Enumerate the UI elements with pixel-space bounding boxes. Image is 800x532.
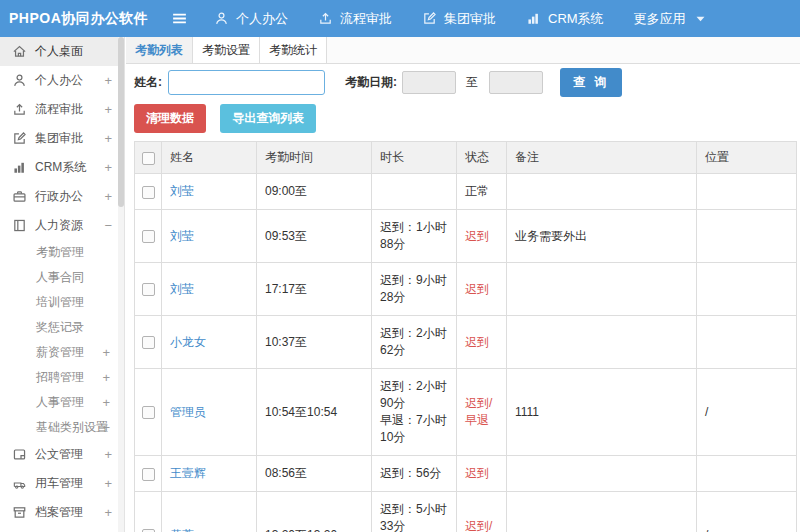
action-bar: 清理数据 导出查询列表 [126,101,800,141]
name-cell: 王壹辉 [162,456,257,492]
attendance-table: 姓名考勤时间时长状态备注位置 刘莹09:00至正常刘莹09:53至迟到：1小时8… [134,141,797,532]
sidebar-scrollbar[interactable] [118,37,124,532]
location-cell [697,174,797,210]
top-navbar: PHPOA协同办公软件 个人办公流程审批集团审批CRM系统更多应用 [0,0,800,37]
topnav-item[interactable]: CRM系统 [526,10,604,28]
sidebar-item[interactable]: 个人办公+ [0,66,124,95]
row-checkbox[interactable] [142,186,155,199]
sidebar-item[interactable]: 行政办公+ [0,182,124,211]
clean-data-button[interactable]: 清理数据 [134,104,206,133]
tab-attendance-list[interactable]: 考勤列表 [126,37,193,63]
expand-plus-icon[interactable]: + [104,189,112,204]
table-row: 刘莹09:00至正常 [135,174,797,210]
select-all-checkbox[interactable] [142,152,155,165]
employee-name-link[interactable]: 小龙女 [170,335,206,349]
date-to-input[interactable] [489,71,543,94]
expand-plus-icon[interactable]: + [102,345,110,360]
topnav-item[interactable]: 个人办公 [214,10,288,28]
hamburger-menu-icon[interactable] [171,10,188,27]
sidebar-subitem[interactable]: 奖惩记录 [0,315,124,340]
sidebar-item[interactable]: 公文管理+ [0,440,124,469]
sidebar-scrollbar-thumb[interactable] [118,37,124,207]
sidebar-subitem-label: 招聘管理 [36,369,84,386]
sidebar-item[interactable]: CRM系统+ [0,153,124,182]
expand-plus-icon[interactable]: + [104,476,112,491]
expand-plus-icon[interactable]: + [102,370,110,385]
status-cell: 迟到 [457,316,507,369]
name-cell: 刘莹 [162,210,257,263]
sidebar-subitem[interactable]: 培训管理 [0,290,124,315]
duration-cell: 迟到：56分 [372,456,457,492]
sidebar-item[interactable]: 流程审批+ [0,95,124,124]
remark-cell: 业务需要外出 [507,210,697,263]
expand-plus-icon[interactable]: + [104,505,112,520]
tab-attendance-stats[interactable]: 考勤统计 [260,37,327,63]
expand-plus-icon[interactable]: + [102,420,110,435]
chart-icon [526,11,541,26]
export-list-button[interactable]: 导出查询列表 [220,104,316,133]
collapse-minus-icon[interactable]: − [104,218,112,233]
row-checkbox[interactable] [142,230,155,243]
sidebar-item[interactable]: 集团审批+ [0,124,124,153]
row-checkbox[interactable] [142,336,155,349]
query-button[interactable]: 查 询 [560,68,622,97]
sidebar-item-label: 集团审批 [35,130,83,147]
expand-plus-icon[interactable]: + [104,131,112,146]
expand-plus-icon[interactable]: + [104,73,112,88]
column-header: 状态 [457,142,507,174]
user-icon [12,73,27,88]
share-icon [12,102,27,117]
sidebar-item[interactable]: 个人桌面 [0,37,124,66]
row-checkbox[interactable] [142,468,155,481]
edit-icon [12,131,27,146]
sidebar-item[interactable]: 项目管理+ [0,527,124,532]
duration-line: 迟到：5小时33分 [380,501,448,532]
sidebar-item[interactable]: 人力资源− [0,211,124,240]
sidebar-subitem[interactable]: 人事管理+ [0,390,124,415]
name-cell: 刘莹 [162,174,257,210]
employee-name-link[interactable]: 管理员 [170,405,206,419]
sidebar-subitem-label: 人事管理 [36,394,84,411]
tab-attendance-settings[interactable]: 考勤设置 [193,37,260,63]
topnav-item[interactable]: 集团审批 [422,10,496,28]
duration-cell: 迟到：1小时88分 [372,210,457,263]
sidebar: 个人桌面个人办公+流程审批+集团审批+CRM系统+行政办公+人力资源−考勤管理人… [0,37,125,532]
sidebar-item[interactable]: 用车管理+ [0,469,124,498]
sidebar-subitem[interactable]: 人事合同 [0,265,124,290]
sidebar-item-label: 人力资源 [35,217,83,234]
topnav-item[interactable]: 更多应用 [634,10,708,28]
duration-cell: 迟到：5小时33分早退：4小时67分 [372,492,457,532]
sidebar-subitem[interactable]: 招聘管理+ [0,365,124,390]
expand-plus-icon[interactable]: + [104,102,112,117]
employee-name-link[interactable]: 黄蓉 [170,528,194,532]
row-checkbox-cell [135,369,162,456]
date-label: 考勤日期: [345,74,397,91]
edit-icon [422,11,437,26]
column-header: 位置 [697,142,797,174]
name-input[interactable] [168,70,325,95]
column-header: 时长 [372,142,457,174]
row-checkbox[interactable] [142,283,155,296]
table-row: 刘莹09:53至迟到：1小时88分迟到业务需要外出 [135,210,797,263]
employee-name-link[interactable]: 刘莹 [170,282,194,296]
expand-plus-icon[interactable]: + [102,395,110,410]
attendance-time-cell: 09:53至 [257,210,372,263]
duration-line: 迟到：56分 [380,465,448,482]
employee-name-link[interactable]: 刘莹 [170,229,194,243]
sidebar-item-label: 行政办公 [35,188,83,205]
date-from-input[interactable] [402,71,456,94]
sidebar-subitem[interactable]: 考勤管理 [0,240,124,265]
sidebar-item[interactable]: 档案管理+ [0,498,124,527]
expand-plus-icon[interactable]: + [104,447,112,462]
employee-name-link[interactable]: 王壹辉 [170,466,206,480]
expand-plus-icon[interactable]: + [104,160,112,175]
row-checkbox[interactable] [142,406,155,419]
sidebar-subitem[interactable]: 薪资管理+ [0,340,124,365]
employee-name-link[interactable]: 刘莹 [170,184,194,198]
sidebar-subitem[interactable]: 基础类别设置+ [0,415,124,440]
table-row: 王壹辉08:56至迟到：56分迟到 [135,456,797,492]
topnav-item[interactable]: 流程审批 [318,10,392,28]
location-cell [697,263,797,316]
attendance-time-cell: 10:37至 [257,316,372,369]
remark-cell [507,174,697,210]
